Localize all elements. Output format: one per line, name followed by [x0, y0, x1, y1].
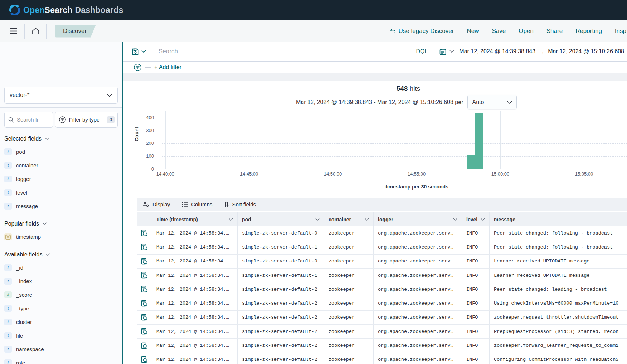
cell-time: Mar 12, 2024 @ 14:58:34.… [152, 240, 238, 254]
cell-level: INFO [462, 325, 490, 338]
save-link[interactable]: Save [492, 28, 506, 35]
cell-container: zookeeper [324, 296, 374, 310]
field-search-input[interactable] [17, 117, 49, 123]
histogram-bar[interactable] [467, 155, 475, 169]
new-link[interactable]: New [467, 28, 479, 35]
column-header-time[interactable]: Time (timestamp) [152, 212, 238, 226]
field-item-logger[interactable]: tlogger [0, 172, 122, 186]
divider [145, 67, 151, 68]
field-name: namespace [16, 346, 44, 352]
chevron-down-icon[interactable] [453, 218, 457, 221]
list-icon [182, 202, 188, 207]
field-item-_type[interactable]: t_type [0, 301, 122, 315]
field-item-namespace[interactable]: tnamespace [0, 342, 122, 356]
chevron-down-icon[interactable] [315, 218, 320, 221]
date-from[interactable]: Mar 12, 2024 @ 14:39:38.843 [459, 48, 535, 55]
field-item-_index[interactable]: t_index [0, 274, 122, 288]
column-header-pod[interactable]: pod [238, 212, 324, 226]
hits-number: 548 [397, 85, 408, 92]
search-input[interactable] [152, 48, 409, 55]
breadcrumb-discover[interactable]: Discover [55, 25, 96, 38]
date-to[interactable]: Mar 12, 2024 @ 15:10:26.608 [548, 48, 624, 55]
sort-fields-button[interactable]: Sort fields [224, 201, 256, 207]
chevron-down-icon [45, 137, 49, 140]
filter-circle-icon[interactable] [134, 64, 141, 71]
date-range[interactable]: Mar 12, 2024 @ 14:39:38.843 → Mar 12, 20… [459, 48, 627, 55]
field-item-message[interactable]: tmessage [0, 199, 122, 213]
opensearch-logo[interactable]: OpenSearchDashboards [9, 5, 123, 15]
field-search-box[interactable] [4, 112, 53, 128]
use-legacy-discover-link[interactable]: Use legacy Discover [390, 28, 454, 35]
expand-row-button[interactable] [137, 255, 152, 268]
sliders-icon [143, 202, 149, 207]
x-gridline [584, 111, 584, 169]
field-section-label: Popular fields [4, 221, 39, 227]
field-item-cluster[interactable]: tcluster [0, 315, 122, 329]
histogram-bar[interactable] [475, 113, 483, 169]
expand-row-button[interactable] [137, 282, 152, 296]
field-section-header-2[interactable]: Available fields [4, 251, 118, 258]
column-header-logger[interactable]: logger [374, 212, 462, 226]
field-item-_id[interactable]: t_id [0, 261, 122, 274]
field-section-header-0[interactable]: Selected fields [4, 136, 118, 142]
index-pattern-select[interactable]: vector-* [4, 87, 118, 104]
field-item-_score[interactable]: #_score [0, 288, 122, 301]
field-item-pod[interactable]: tpod [0, 145, 122, 158]
field-item-timestamp[interactable]: timestamp [0, 230, 122, 244]
cell-pod: simple-zk-server-default-2 [238, 296, 324, 310]
text-field-icon: t [4, 278, 12, 285]
expand-row-button[interactable] [137, 296, 152, 310]
filter-by-type-button[interactable]: Filter by type 0 [55, 112, 118, 128]
chevron-down-icon[interactable] [365, 218, 369, 221]
field-section-header-1[interactable]: Popular fields [4, 221, 118, 227]
query-language-button[interactable]: DQL [409, 48, 434, 55]
text-field-icon: t [4, 162, 12, 169]
cell-time: Mar 12, 2024 @ 14:58:34.… [152, 282, 238, 296]
expand-row-button[interactable] [137, 240, 152, 254]
inspect-link[interactable]: Insp [615, 28, 626, 35]
query-bar: DQL Mar 12, 2024 @ 14:39:38.843 → Mar 12… [123, 42, 627, 62]
field-item-container[interactable]: tcontainer [0, 158, 122, 172]
expand-row-button[interactable] [137, 269, 152, 282]
add-filter-button[interactable]: + Add filter [154, 64, 181, 70]
field-item-file[interactable]: tfile [0, 329, 122, 342]
menu-button[interactable] [6, 24, 21, 38]
cell-message: zookeeper.request_throttler.shutdownTime… [490, 311, 627, 324]
field-name: _score [16, 292, 32, 298]
field-name: message [16, 203, 38, 209]
chart-subtitle: Mar 12, 2024 @ 14:39:38.843 - Mar 12, 20… [296, 99, 463, 105]
columns-button[interactable]: Columns [182, 201, 212, 207]
column-header-level[interactable]: level [462, 212, 490, 226]
home-button[interactable] [28, 24, 43, 38]
saved-query-button[interactable] [123, 48, 152, 55]
datepicker-button[interactable] [434, 48, 459, 55]
field-item-level[interactable]: tlevel [0, 186, 122, 199]
share-link[interactable]: Share [546, 28, 563, 35]
expand-column-header [137, 212, 152, 226]
text-field-icon: t [4, 305, 12, 312]
expand-row-button[interactable] [137, 353, 152, 364]
chevron-down-icon[interactable] [229, 218, 233, 221]
field-item-role[interactable]: trole [0, 356, 122, 364]
cell-level: INFO [462, 311, 490, 324]
cell-container: zookeeper [324, 339, 374, 352]
interval-select[interactable]: Auto [467, 95, 517, 109]
table-toolbar: Display Columns Sort fields [137, 198, 627, 211]
field-section-label: Selected fields [4, 136, 42, 142]
expand-row-button[interactable] [137, 226, 152, 240]
y-axis-tick-label: 0 [138, 166, 154, 172]
column-header-message[interactable]: message [490, 212, 627, 226]
expand-row-button[interactable] [137, 311, 152, 324]
expand-row-button[interactable] [137, 339, 152, 352]
reporting-link[interactable]: Reporting [575, 28, 602, 35]
table-row-9: Mar 12, 2024 @ 14:58:34.…simple-zk-serve… [137, 353, 627, 364]
expand-row-button[interactable] [137, 325, 152, 338]
field-name: _type [16, 305, 29, 311]
cell-pod: simple-zk-server-default-2 [238, 353, 324, 364]
open-link[interactable]: Open [519, 28, 534, 35]
column-header-container[interactable]: container [324, 212, 374, 226]
display-button[interactable]: Display [143, 201, 170, 207]
table-header-row: Time (timestamp) pod container logger le… [137, 212, 627, 226]
chevron-down-icon[interactable] [481, 218, 485, 221]
cell-time: Mar 12, 2024 @ 14:58:34.… [152, 339, 238, 352]
